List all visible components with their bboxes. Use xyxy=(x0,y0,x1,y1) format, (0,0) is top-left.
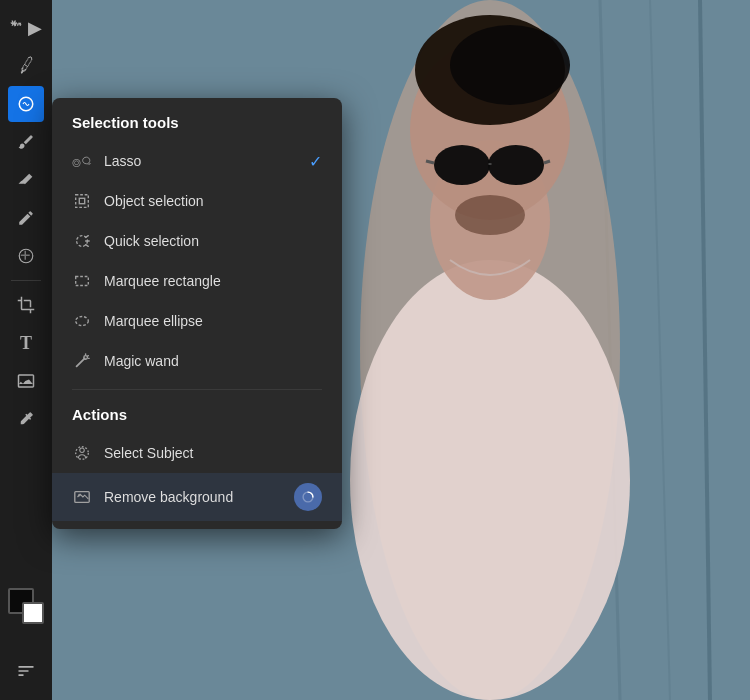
svg-point-9 xyxy=(450,25,570,105)
heal-icon xyxy=(17,247,35,265)
eyedropper-tool-button[interactable] xyxy=(8,401,44,437)
text-icon: T xyxy=(20,333,32,354)
svg-point-11 xyxy=(488,145,544,185)
spinner-icon xyxy=(301,490,315,504)
pen-icon: 🖊 xyxy=(15,55,36,77)
crop-tool-button[interactable] xyxy=(8,287,44,323)
remove-background-svg xyxy=(73,488,91,506)
magic-wand-label: Magic wand xyxy=(104,353,322,369)
panel-section-title: Selection tools xyxy=(52,114,342,141)
adjustments-icon xyxy=(16,661,36,681)
adjustments-button[interactable] xyxy=(16,661,36,685)
svg-line-23 xyxy=(77,358,85,366)
svg-line-26 xyxy=(88,356,89,357)
svg-rect-19 xyxy=(79,198,84,203)
dodge-tool-button[interactable] xyxy=(8,200,44,236)
select-subject-menu-item[interactable]: Select Subject xyxy=(52,433,342,473)
marquee-ellipse-icon xyxy=(72,311,92,331)
selection-icon xyxy=(17,95,35,113)
select-subject-label: Select Subject xyxy=(104,445,322,461)
text-tool-button[interactable]: T xyxy=(8,325,44,361)
magic-wand-menu-item[interactable]: Magic wand xyxy=(52,341,342,381)
brush-icon xyxy=(17,133,35,151)
marquee-ellipse-label: Marquee ellipse xyxy=(104,313,322,329)
svg-point-31 xyxy=(78,494,81,497)
magic-wand-icon xyxy=(72,351,92,371)
svg-rect-18 xyxy=(76,195,89,208)
move-tool-button[interactable]: ▶ xyxy=(8,10,44,46)
color-swatches xyxy=(8,588,48,640)
quick-selection-svg xyxy=(73,232,91,250)
object-selection-svg xyxy=(73,192,91,210)
crop-icon xyxy=(17,296,35,314)
object-selection-menu-item[interactable]: Object selection xyxy=(52,181,342,221)
svg-point-5 xyxy=(350,260,630,700)
marquee-ellipse-svg xyxy=(73,312,91,330)
eyedropper-icon xyxy=(17,410,35,428)
toolbar-divider-1 xyxy=(11,280,41,281)
svg-point-24 xyxy=(84,356,88,360)
background-color-swatch[interactable] xyxy=(22,602,44,624)
lasso-label: Lasso xyxy=(104,153,297,169)
marquee-rectangle-menu-item[interactable]: Marquee rectangle xyxy=(52,261,342,301)
brush-tool-button[interactable] xyxy=(8,124,44,160)
svg-point-15 xyxy=(455,195,525,235)
lasso-checkmark: ✓ xyxy=(309,152,322,171)
selection-tool-button[interactable] xyxy=(8,86,44,122)
svg-line-13 xyxy=(544,161,550,163)
object-selection-label: Object selection xyxy=(104,193,322,209)
photo-icon xyxy=(17,372,35,390)
heal-tool-button[interactable] xyxy=(8,238,44,274)
marquee-rectangle-label: Marquee rectangle xyxy=(104,273,322,289)
marquee-rectangle-icon xyxy=(72,271,92,291)
select-subject-icon xyxy=(72,443,92,463)
quick-selection-menu-item[interactable]: Quick selection xyxy=(52,221,342,261)
object-selection-icon xyxy=(72,191,92,211)
lasso-svg xyxy=(81,152,92,170)
quick-selection-label: Quick selection xyxy=(104,233,322,249)
pen-tool-button[interactable]: 🖊 xyxy=(8,48,44,84)
dodge-icon xyxy=(17,209,35,227)
magic-wand-svg xyxy=(73,352,91,370)
move-icon xyxy=(10,19,28,37)
eraser-tool-button[interactable] xyxy=(8,162,44,198)
lasso-menu-item[interactable]: Lasso ✓ xyxy=(52,141,342,181)
svg-line-12 xyxy=(426,161,434,163)
toolbar: ▶ 🖊 xyxy=(0,0,52,700)
remove-background-icon xyxy=(72,487,92,507)
select-subject-svg xyxy=(73,444,91,462)
swatch-container xyxy=(8,588,48,630)
eraser-icon xyxy=(17,171,35,189)
photo-tool-button[interactable] xyxy=(8,363,44,399)
svg-point-29 xyxy=(80,448,85,453)
lasso-icon xyxy=(72,151,92,171)
quick-selection-icon xyxy=(72,231,92,251)
remove-background-menu-item[interactable]: Remove background xyxy=(52,473,342,521)
svg-point-10 xyxy=(434,145,490,185)
section-divider xyxy=(72,389,322,390)
svg-point-22 xyxy=(76,317,89,326)
remove-background-label: Remove background xyxy=(104,489,282,505)
actions-section-title: Actions xyxy=(52,398,342,433)
loading-spinner xyxy=(294,483,322,511)
svg-rect-21 xyxy=(76,277,89,286)
selection-tools-panel: Selection tools Lasso ✓ Object selection xyxy=(52,98,342,529)
marquee-ellipse-menu-item[interactable]: Marquee ellipse xyxy=(52,301,342,341)
move-icon-glyph: ▶ xyxy=(28,17,42,39)
marquee-rectangle-svg xyxy=(73,272,91,290)
